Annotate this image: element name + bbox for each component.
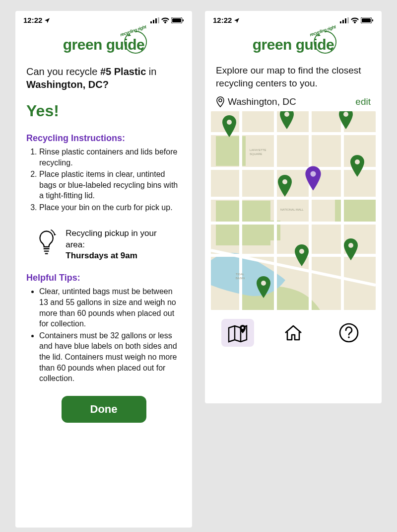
svg-text:BASIN: BASIN [236,277,245,280]
svg-point-40 [310,171,316,177]
battery-icon [361,17,374,23]
svg-text:TIDAL: TIDAL [236,273,245,276]
bottom-nav [205,310,382,354]
pickup-label: Recycling pickup in your area: [66,228,176,251]
question-text: Can you recycle #5 Plastic in Washington… [26,65,181,91]
map-pin-icon[interactable] [337,111,354,129]
pickup-time: Thursdays at 9am [66,250,176,262]
svg-rect-3 [158,17,159,23]
tips-header: Helpful Tips: [26,273,181,283]
list-item: Rinse plastic containers and lids before… [39,147,181,168]
help-icon [338,322,359,343]
svg-point-44 [242,327,244,329]
map-pin-icon[interactable] [221,115,238,137]
location-text: Washington, DC [228,96,296,107]
map-pin-icon[interactable] [349,155,366,177]
svg-point-43 [261,281,266,286]
done-button[interactable]: Done [62,396,146,423]
svg-point-37 [343,112,348,117]
battery-icon [171,17,184,23]
list-item: Clear, untinted bags must be between 13 … [39,286,181,329]
svg-rect-8 [342,20,344,23]
svg-point-41 [299,249,304,254]
svg-rect-2 [155,18,157,23]
svg-text:LAFAYETTE: LAFAYETTE [250,149,266,152]
list-item: Containers must be 32 gallons or less an… [39,330,181,384]
status-bar: 12:22 [205,11,382,27]
svg-text:NATIONAL MALL: NATIONAL MALL [280,208,304,211]
cellular-icon [340,17,349,23]
svg-rect-0 [150,21,152,23]
instructions-list: Rinse plastic containers and lids before… [26,147,181,213]
app-logo: green guide recycling right [205,27,382,60]
edit-location-link[interactable]: edit [355,96,371,107]
svg-rect-7 [340,21,341,23]
instructions-header: Recycling Instructions: [26,133,181,144]
app-logo: green guide recycling right [15,27,192,60]
status-time: 12:22 [23,16,42,24]
list-item: Place your bin on the curb for pick up. [39,202,181,213]
wifi-icon [161,17,169,23]
svg-rect-9 [345,18,346,23]
svg-text:SQUARE: SQUARE [250,152,262,155]
lightbulb-icon [36,228,57,257]
screen-map: 12:22 green guide recycling right Explor… [205,11,382,403]
svg-point-38 [282,179,287,184]
svg-rect-10 [347,17,349,23]
map-pin-icon[interactable] [276,175,293,197]
nav-home-button[interactable] [277,319,310,347]
svg-point-42 [348,243,353,248]
svg-point-35 [227,120,232,125]
svg-rect-13 [372,19,373,21]
svg-rect-12 [362,18,371,22]
svg-rect-1 [153,20,154,23]
status-time: 12:22 [213,16,232,24]
list-item: Place plastic items in clear, untinted b… [39,169,181,201]
svg-rect-6 [183,19,184,21]
svg-rect-5 [172,18,181,22]
cellular-icon [150,17,159,23]
status-bar: 12:22 [15,11,192,27]
svg-point-36 [284,112,289,117]
answer-text: Yes! [26,102,181,120]
location-arrow-icon [234,17,240,23]
map-icon [227,323,249,343]
pickup-info: Recycling pickup in your area: Thursdays… [26,225,181,273]
wifi-icon [351,17,359,23]
svg-point-14 [219,99,222,102]
location-arrow-icon [44,17,50,23]
home-icon [282,323,304,343]
explore-text: Explore our map to find the closest recy… [205,60,382,96]
map-pin-icon[interactable] [342,238,359,260]
nav-help-button[interactable] [332,319,365,347]
tips-list: Clear, untinted bags must be between 13 … [26,286,181,383]
map-pin-icon[interactable] [255,276,272,298]
pin-icon [216,96,225,107]
current-location: Washington, DC [216,96,296,107]
screen-recycle-detail: 12:22 green guide recycling right Can yo… [15,11,192,528]
map[interactable]: NATIONAL MALL LAFAYETTE SQUARE TIDAL BAS… [211,111,376,310]
map-pin-user-icon[interactable] [304,166,323,191]
svg-point-39 [355,159,360,164]
map-pin-icon[interactable] [293,244,310,266]
nav-map-button[interactable] [221,319,254,347]
svg-point-46 [348,336,350,338]
map-pin-icon[interactable] [278,111,295,129]
